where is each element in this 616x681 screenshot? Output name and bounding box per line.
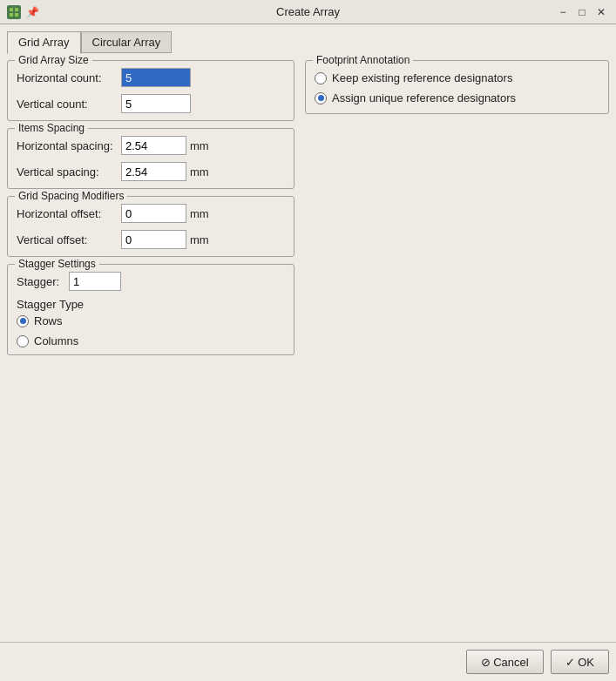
cancel-button[interactable]: ⊘ Cancel	[466, 650, 544, 674]
columns-radio-row: Columns	[17, 334, 285, 347]
footprint-annotation-title: Footprint Annotation	[313, 54, 413, 66]
vertical-offset-row: Vertical offset: mm	[17, 230, 285, 249]
close-button[interactable]: ✕	[593, 4, 609, 20]
stagger-type-label: Stagger Type	[17, 298, 285, 311]
maximize-button[interactable]: □	[574, 4, 590, 20]
dialog-content: Grid Array Circular Array Grid Array Siz…	[0, 24, 616, 642]
horizontal-offset-unit: mm	[190, 207, 209, 220]
right-column: Footprint Annotation Keep existing refer…	[305, 60, 609, 635]
grid-array-size-group: Grid Array Size Horizontal count: Vertic…	[7, 60, 294, 121]
dialog-footer: ⊘ Cancel ✓ OK	[0, 642, 616, 681]
assign-designators-label: Assign unique reference designators	[332, 91, 516, 105]
left-column: Grid Array Size Horizontal count: Vertic…	[7, 60, 294, 635]
ok-button[interactable]: ✓ OK	[551, 650, 609, 674]
vertical-spacing-unit: mm	[190, 165, 209, 179]
items-spacing-title: Items Spacing	[15, 122, 88, 134]
assign-designators-radio[interactable]	[315, 92, 327, 105]
columns-radio[interactable]	[17, 335, 29, 347]
titlebar: 📌 Create Array − □ ✕	[0, 0, 616, 24]
rows-radio[interactable]	[17, 315, 29, 327]
rows-label: Rows	[34, 314, 63, 327]
keep-designators-label: Keep existing reference designators	[332, 71, 512, 84]
stagger-settings-group: Stagger Settings Stagger: Stagger Type R…	[7, 264, 294, 355]
pin-icon: 📌	[26, 6, 39, 18]
vertical-spacing-row: Vertical spacing: mm	[17, 162, 285, 181]
grid-array-size-title: Grid Array Size	[15, 54, 92, 66]
items-spacing-group: Items Spacing Horizontal spacing: mm Ver…	[7, 128, 294, 189]
assign-designators-row: Assign unique reference designators	[315, 91, 599, 105]
tab-circular-array[interactable]: Circular Array	[81, 31, 173, 53]
stagger-label: Stagger:	[17, 275, 69, 288]
titlebar-controls: − □ ✕	[555, 4, 609, 20]
minimize-button[interactable]: −	[555, 4, 571, 20]
horizontal-spacing-input[interactable]	[121, 136, 186, 155]
keep-designators-radio[interactable]	[315, 72, 327, 84]
stagger-type-section: Stagger Type Rows Columns	[17, 298, 285, 347]
vertical-spacing-label: Vertical spacing:	[17, 165, 121, 179]
stagger-row: Stagger:	[17, 272, 285, 291]
app-icon	[7, 5, 21, 19]
vertical-count-input[interactable]	[121, 94, 191, 113]
tab-bar: Grid Array Circular Array	[7, 31, 609, 53]
stagger-input[interactable]	[69, 272, 121, 291]
grid-spacing-modifiers-title: Grid Spacing Modifiers	[15, 190, 127, 202]
horizontal-spacing-label: Horizontal spacing:	[17, 139, 121, 152]
tab-grid-array[interactable]: Grid Array	[7, 31, 81, 54]
titlebar-left: 📌	[7, 5, 39, 19]
vertical-offset-label: Vertical offset:	[17, 233, 121, 246]
horizontal-spacing-unit: mm	[190, 139, 209, 152]
main-body: Grid Array Size Horizontal count: Vertic…	[7, 60, 609, 635]
columns-label: Columns	[34, 334, 78, 347]
vertical-count-label: Vertical count:	[17, 98, 121, 111]
svg-rect-3	[15, 13, 18, 17]
keep-designators-row: Keep existing reference designators	[315, 71, 599, 84]
vertical-spacing-input[interactable]	[121, 162, 186, 181]
svg-rect-2	[10, 13, 13, 17]
rows-radio-row: Rows	[17, 314, 285, 327]
vertical-count-row: Vertical count:	[17, 94, 285, 113]
svg-rect-1	[15, 8, 18, 11]
horizontal-offset-input[interactable]	[121, 204, 186, 223]
horizontal-offset-row: Horizontal offset: mm	[17, 204, 285, 223]
horizontal-count-row: Horizontal count:	[17, 68, 285, 87]
horizontal-offset-label: Horizontal offset:	[17, 207, 121, 220]
horizontal-count-label: Horizontal count:	[17, 71, 121, 84]
footprint-annotation-group: Footprint Annotation Keep existing refer…	[305, 60, 609, 114]
vertical-offset-input[interactable]	[121, 230, 186, 249]
grid-spacing-modifiers-group: Grid Spacing Modifiers Horizontal offset…	[7, 196, 294, 257]
svg-rect-0	[10, 8, 13, 11]
horizontal-count-input[interactable]	[121, 68, 191, 87]
stagger-settings-title: Stagger Settings	[15, 258, 99, 270]
vertical-offset-unit: mm	[190, 233, 209, 246]
window-title: Create Array	[276, 5, 340, 18]
horizontal-spacing-row: Horizontal spacing: mm	[17, 136, 285, 155]
